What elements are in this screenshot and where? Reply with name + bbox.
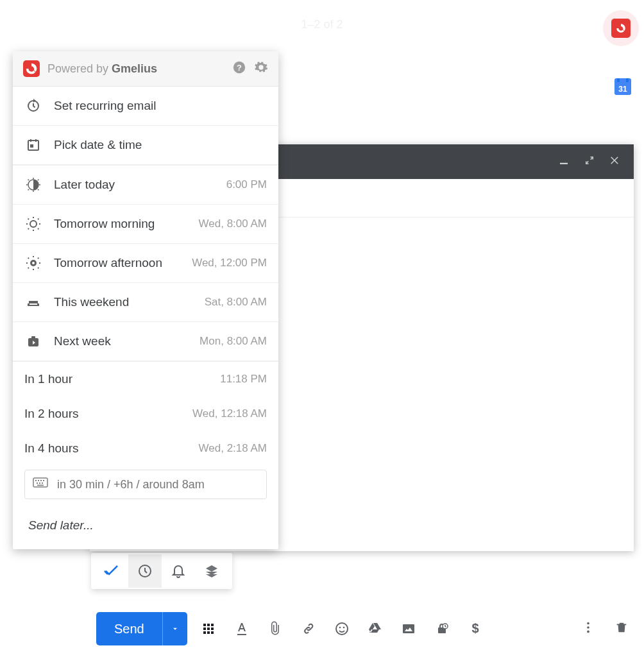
send-button[interactable]: Send <box>96 612 162 645</box>
sequences-icon[interactable] <box>195 554 228 588</box>
option-pick-date[interactable]: Pick date & time <box>13 126 278 165</box>
schedule-icon[interactable] <box>128 554 162 588</box>
more-options-icon[interactable] <box>581 620 595 637</box>
gmelius-mini-toolbar <box>91 553 232 589</box>
tracking-icon[interactable] <box>95 554 128 588</box>
svg-point-10 <box>587 622 589 625</box>
option-in-2-hours[interactable]: In 2 hours Wed, 12:18 AM <box>13 397 278 431</box>
compose-send-toolbar: Send $ <box>96 612 629 645</box>
popup-header: Powered by Gmelius ? <box>13 51 278 87</box>
settings-icon[interactable] <box>254 60 268 77</box>
send-later-caption[interactable]: Send later... <box>13 504 278 549</box>
next-week-icon <box>24 334 42 349</box>
afternoon-icon <box>24 255 42 271</box>
gmelius-logo-icon <box>23 60 40 77</box>
apps-grid-icon[interactable] <box>200 620 217 637</box>
money-icon[interactable]: $ <box>467 620 484 637</box>
svg-point-2 <box>336 623 348 635</box>
close-icon[interactable] <box>609 155 621 169</box>
confidential-icon[interactable] <box>434 620 450 637</box>
svg-rect-5 <box>403 624 414 633</box>
link-icon[interactable] <box>300 620 317 637</box>
send-more-button[interactable] <box>162 612 187 645</box>
send-button-group: Send <box>96 612 187 645</box>
option-later-today[interactable]: Later today 6:00 PM <box>13 166 278 205</box>
send-later-popup: Powered by Gmelius ? Set recurring email… <box>13 51 278 549</box>
svg-point-19 <box>30 221 37 227</box>
minimize-icon[interactable] <box>558 155 570 169</box>
svg-rect-0 <box>560 163 568 164</box>
calendar-pick-icon <box>24 137 42 153</box>
svg-rect-28 <box>43 480 44 481</box>
svg-point-11 <box>587 626 589 629</box>
svg-text:?: ? <box>237 63 242 73</box>
svg-point-3 <box>339 627 341 629</box>
gmelius-badge[interactable] <box>603 10 639 46</box>
svg-rect-30 <box>39 482 40 484</box>
morning-icon <box>24 216 42 232</box>
natural-language-input[interactable] <box>57 478 258 491</box>
svg-text:$: $ <box>471 621 479 635</box>
later-today-icon <box>24 177 42 192</box>
svg-point-12 <box>587 631 589 633</box>
formatting-toolbar: $ <box>200 620 484 637</box>
option-in-1-hour[interactable]: In 1 hour 11:18 PM <box>13 362 278 397</box>
fullscreen-icon[interactable] <box>584 155 595 169</box>
svg-rect-29 <box>37 482 38 484</box>
weekend-icon <box>24 294 42 310</box>
reminder-icon[interactable] <box>162 554 195 588</box>
recurring-icon <box>24 98 42 114</box>
option-tomorrow-afternoon[interactable]: Tomorrow afternoon Wed, 12:00 PM <box>13 244 278 283</box>
option-this-weekend[interactable]: This weekend Sat, 8:00 AM <box>13 283 278 322</box>
option-set-recurring[interactable]: Set recurring email <box>13 87 278 126</box>
relative-times: In 1 hour 11:18 PM In 2 hours Wed, 12:18… <box>13 361 278 504</box>
emoji-icon[interactable] <box>334 620 350 637</box>
option-tomorrow-morning[interactable]: Tomorrow morning Wed, 8:00 AM <box>13 205 278 244</box>
popup-title: Powered by Gmelius <box>47 62 157 76</box>
svg-rect-31 <box>42 482 43 484</box>
natural-language-input-wrap <box>24 470 267 499</box>
drive-icon[interactable] <box>367 620 384 637</box>
svg-rect-23 <box>31 336 35 339</box>
keyboard-icon <box>33 477 48 492</box>
image-icon[interactable] <box>400 620 417 637</box>
discard-icon[interactable] <box>614 620 629 637</box>
svg-rect-25 <box>35 480 37 481</box>
svg-point-4 <box>343 627 344 629</box>
svg-rect-26 <box>38 480 39 481</box>
pagination-count: 1–2 of 2 <box>301 18 343 31</box>
svg-rect-27 <box>40 480 42 481</box>
text-format-icon[interactable] <box>233 620 250 637</box>
option-next-week[interactable]: Next week Mon, 8:00 AM <box>13 322 278 361</box>
svg-point-21 <box>32 262 35 264</box>
svg-rect-17 <box>30 144 33 148</box>
help-icon[interactable]: ? <box>232 60 246 77</box>
svg-rect-32 <box>37 485 44 486</box>
attach-icon[interactable] <box>267 620 284 637</box>
calendar-icon[interactable]: 31 <box>614 78 631 95</box>
option-in-4-hours[interactable]: In 4 hours Wed, 2:18 AM <box>13 431 278 466</box>
gmelius-logo-icon <box>611 19 631 38</box>
